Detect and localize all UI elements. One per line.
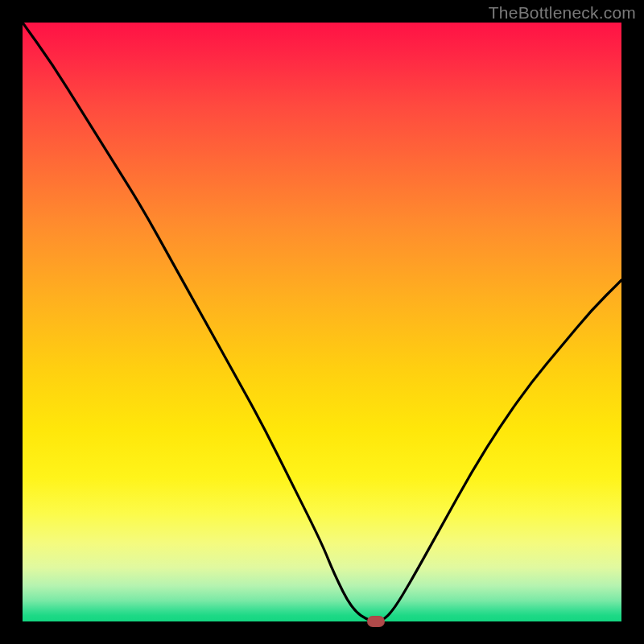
bottleneck-curve xyxy=(23,23,621,621)
chart-frame: TheBottleneck.com xyxy=(0,0,644,644)
watermark-text: TheBottleneck.com xyxy=(489,3,636,23)
plot-area xyxy=(23,23,621,621)
bottleneck-marker xyxy=(367,616,385,627)
